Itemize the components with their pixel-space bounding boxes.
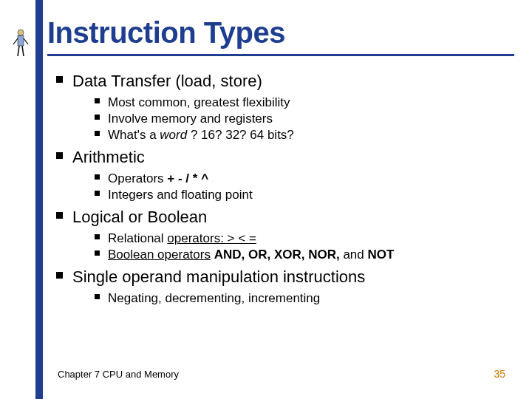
square-bullet-icon <box>95 191 100 196</box>
decorative-figure-icon <box>12 28 30 58</box>
square-bullet-icon <box>56 76 63 83</box>
list-item: Logical or BooleanRelational operators: … <box>56 207 514 262</box>
svg-line-4 <box>18 46 19 56</box>
sub-list-item-label: Most common, greatest flexibility <box>108 95 290 109</box>
title-rule <box>47 54 514 56</box>
sub-list: Relational operators: > < =Boolean opera… <box>72 231 514 263</box>
square-bullet-icon <box>56 152 63 159</box>
list-item-label: Single operand manipulation instructions <box>72 267 365 286</box>
list-item-label: Logical or Boolean <box>72 208 207 226</box>
sub-list: Negating, decrementing, incrementing <box>72 290 514 306</box>
sub-list-item-label: Negating, decrementing, incrementing <box>108 291 320 305</box>
square-bullet-icon <box>95 131 100 136</box>
svg-rect-1 <box>18 35 24 46</box>
bullet-list: Data Transfer (load, store)Most common, … <box>47 71 514 306</box>
list-item-label: Arithmetic <box>72 148 145 166</box>
square-bullet-icon <box>56 272 63 279</box>
sub-list-item-label: What's a word ? 16? 32? 64 bits? <box>108 128 294 142</box>
list-item: ArithmeticOperators + - / * ^Integers an… <box>56 147 514 202</box>
sub-list-item: Negating, decrementing, incrementing <box>95 290 514 306</box>
svg-point-0 <box>18 30 24 35</box>
svg-line-2 <box>13 38 18 44</box>
slide-content: Instruction Types Data Transfer (load, s… <box>47 16 514 310</box>
square-bullet-icon <box>95 250 100 256</box>
square-bullet-icon <box>95 234 100 239</box>
square-bullet-icon <box>95 174 100 180</box>
sub-list-item: What's a word ? 16? 32? 64 bits? <box>95 127 514 143</box>
sub-list-item: Relational operators: > < = <box>95 231 514 246</box>
sub-list-item: Integers and floating point <box>95 187 514 202</box>
square-bullet-icon <box>95 115 100 120</box>
footer-page-number: 35 <box>494 368 505 380</box>
square-bullet-icon <box>56 212 63 219</box>
sub-list-item-label: Operators + - / * ^ <box>108 171 208 185</box>
sub-list-item: Involve memory and registers <box>95 111 514 126</box>
svg-line-5 <box>22 46 24 56</box>
svg-line-3 <box>24 38 28 44</box>
list-item-label: Data Transfer (load, store) <box>72 72 262 90</box>
sub-list: Operators + - / * ^Integers and floating… <box>72 171 514 203</box>
slide-title: Instruction Types <box>47 16 514 50</box>
square-bullet-icon <box>95 294 100 299</box>
sub-list-item-label: Involve memory and registers <box>108 112 273 126</box>
square-bullet-icon <box>95 98 100 103</box>
list-item: Data Transfer (load, store)Most common, … <box>56 71 514 143</box>
sidebar-band <box>35 0 43 399</box>
sub-list: Most common, greatest flexibilityInvolve… <box>72 95 514 143</box>
footer-chapter: Chapter 7 CPU and Memory <box>58 369 179 380</box>
sub-list-item-label: Boolean operators AND, OR, XOR, NOR, and… <box>108 248 394 262</box>
sub-list-item: Boolean operators AND, OR, XOR, NOR, and… <box>95 247 514 262</box>
sub-list-item: Operators + - / * ^ <box>95 171 514 186</box>
sub-list-item-label: Relational operators: > < = <box>108 231 256 245</box>
sub-list-item: Most common, greatest flexibility <box>95 95 514 110</box>
list-item: Single operand manipulation instructions… <box>56 267 514 306</box>
sub-list-item-label: Integers and floating point <box>108 188 253 202</box>
